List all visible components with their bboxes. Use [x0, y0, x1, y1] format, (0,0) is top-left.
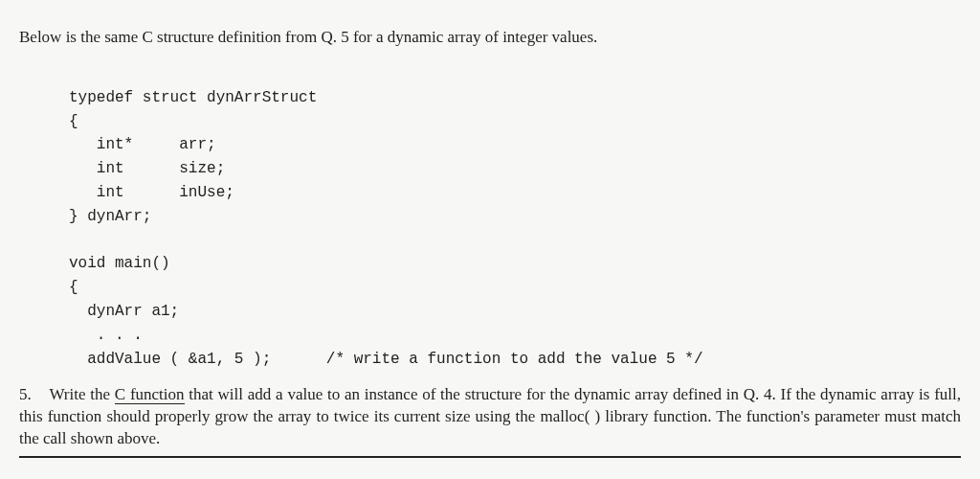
code-line: int inUse;: [69, 184, 234, 201]
code-line: typedef struct dynArrStruct: [69, 89, 317, 106]
question-underlined: C function: [115, 385, 185, 404]
code-line: {: [69, 279, 78, 296]
code-line: int* arr;: [69, 136, 216, 153]
question-text-1: Write the: [49, 385, 114, 403]
code-line: addValue ( &a1, 5 );: [69, 351, 271, 368]
question-block: 5. Write the C function that will add a …: [19, 384, 961, 458]
code-line: int size;: [69, 160, 225, 177]
intro-text: Below is the same C structure definition…: [19, 27, 961, 49]
code-line: } dynArr;: [69, 208, 151, 225]
code-line: {: [69, 113, 78, 130]
code-block: typedef struct dynArrStruct { int* arr; …: [69, 62, 961, 371]
code-line: void main(): [69, 255, 170, 272]
code-line: . . .: [69, 327, 143, 344]
code-line: dynArr a1;: [69, 303, 179, 320]
question-number: 5.: [19, 385, 32, 403]
code-comment: /* write a function to add the value 5 *…: [271, 351, 702, 368]
